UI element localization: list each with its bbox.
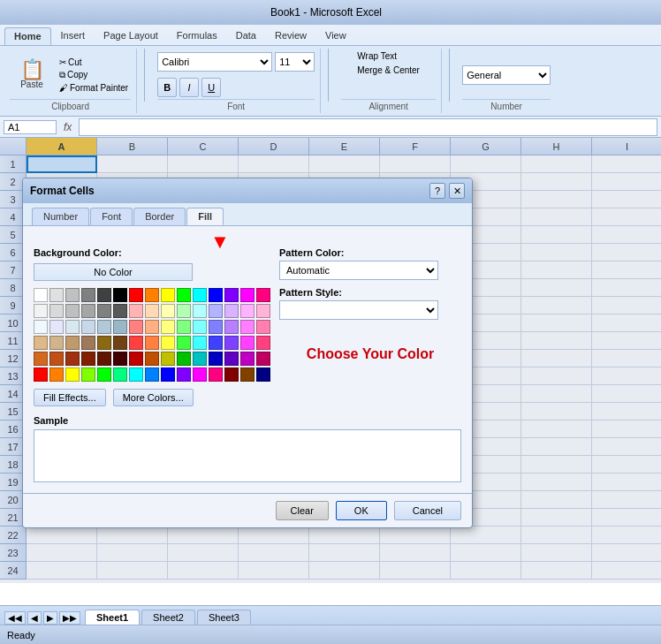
s-acc-3[interactable] [65, 367, 80, 382]
s-r4-2[interactable] [49, 336, 64, 350]
s-r4-11[interactable] [193, 336, 207, 350]
s-r5-7[interactable] [129, 352, 143, 366]
s-acc-11[interactable] [193, 367, 207, 382]
font-size-select[interactable]: 11 [275, 52, 315, 72]
s-acc-1[interactable] [34, 367, 48, 382]
s-r2-4[interactable] [81, 304, 95, 318]
tab-view[interactable]: View [316, 27, 355, 45]
cancel-button[interactable]: Cancel [394, 501, 461, 520]
s-r5-4[interactable] [81, 352, 95, 366]
s-r5-12[interactable] [209, 352, 223, 366]
s-acc-4[interactable] [81, 367, 95, 382]
swatch-7[interactable] [145, 288, 159, 302]
s-acc-6[interactable] [113, 367, 127, 382]
dialog-tab-border[interactable]: Border [133, 208, 186, 225]
s-r5-8[interactable] [145, 352, 159, 366]
swatch-4[interactable] [97, 288, 111, 302]
s-r4-7[interactable] [129, 336, 143, 350]
swatch-5[interactable] [113, 288, 127, 302]
s-r5-10[interactable] [177, 352, 191, 366]
s-r2-3[interactable] [65, 304, 80, 318]
fx-button[interactable]: fx [60, 121, 75, 133]
s-r3-4[interactable] [81, 320, 95, 334]
swatch-14[interactable] [256, 288, 270, 302]
dialog-close-button[interactable]: ✕ [449, 183, 465, 199]
s-r2-13[interactable] [224, 304, 239, 318]
swatch-8[interactable] [161, 288, 175, 302]
swatch-1[interactable] [49, 288, 64, 302]
number-format-select[interactable]: General [462, 65, 551, 85]
s-r3-9[interactable] [161, 320, 175, 334]
s-r2-5[interactable] [97, 304, 111, 318]
s-r4-8[interactable] [145, 336, 159, 350]
tab-home[interactable]: Home [4, 27, 51, 45]
s-acc-10[interactable] [177, 367, 191, 382]
s-r5-2[interactable] [49, 352, 64, 366]
s-r5-11[interactable] [193, 352, 207, 366]
s-r2-6[interactable] [113, 304, 127, 318]
s-r4-14[interactable] [240, 336, 255, 350]
dialog-tab-fill[interactable]: Fill [186, 208, 224, 225]
pattern-color-select[interactable]: Automatic [279, 261, 438, 280]
wrap-text-button[interactable]: Wrap Text [354, 50, 399, 62]
s-r4-4[interactable] [81, 336, 95, 350]
s-r4-1[interactable] [34, 336, 48, 350]
sheet-nav-first[interactable]: ◀◀ [4, 611, 26, 625]
s-r5-9[interactable] [161, 352, 175, 366]
s-r5-6[interactable] [113, 352, 127, 366]
s-r4-9[interactable] [161, 336, 175, 350]
tab-insert[interactable]: Insert [52, 27, 95, 45]
s-r5-14[interactable] [240, 352, 255, 366]
swatch-11[interactable] [209, 288, 223, 302]
sheet-nav-next[interactable]: ▶ [43, 611, 57, 625]
s-acc-5[interactable] [97, 367, 111, 382]
paste-button[interactable]: 📋 Paste [10, 58, 54, 91]
s-acc-15[interactable] [256, 367, 270, 382]
s-r5-13[interactable] [224, 352, 239, 366]
swatch-13[interactable] [240, 288, 255, 302]
s-acc-12[interactable] [209, 367, 223, 382]
s-r2-15[interactable] [256, 304, 270, 318]
s-r3-7[interactable] [129, 320, 143, 334]
ok-button[interactable]: OK [336, 501, 387, 520]
sheet-tab-2[interactable]: Sheet2 [141, 610, 195, 625]
s-r4-5[interactable] [97, 336, 111, 350]
s-r3-13[interactable] [224, 320, 239, 334]
clear-button[interactable]: Clear [276, 501, 329, 520]
s-acc-9[interactable] [161, 367, 175, 382]
dialog-tab-font[interactable]: Font [90, 208, 133, 225]
s-r2-8[interactable] [145, 304, 159, 318]
formula-input[interactable] [79, 118, 657, 136]
tab-review[interactable]: Review [266, 27, 315, 45]
s-r5-3[interactable] [65, 352, 80, 366]
s-r2-9[interactable] [161, 304, 175, 318]
swatch-2[interactable] [65, 288, 80, 302]
s-r4-10[interactable] [177, 336, 191, 350]
cell-reference-box[interactable]: A1 [4, 120, 57, 134]
s-r3-2[interactable] [49, 320, 64, 334]
sheet-nav-prev[interactable]: ◀ [27, 611, 42, 625]
s-r2-1[interactable] [34, 304, 48, 318]
fill-effects-button[interactable]: Fill Effects... [34, 389, 106, 406]
s-r5-1[interactable] [34, 352, 48, 366]
s-acc-13[interactable] [224, 367, 239, 382]
s-r5-15[interactable] [256, 352, 270, 366]
s-acc-7[interactable] [129, 367, 143, 382]
tab-formulas[interactable]: Formulas [168, 27, 226, 45]
bold-button[interactable]: B [157, 78, 177, 97]
swatch-9[interactable] [177, 288, 191, 302]
s-r2-10[interactable] [177, 304, 191, 318]
italic-button[interactable]: I [179, 78, 199, 97]
s-acc-14[interactable] [240, 367, 255, 382]
s-r4-12[interactable] [209, 336, 223, 350]
s-r2-2[interactable] [49, 304, 64, 318]
s-r3-10[interactable] [177, 320, 191, 334]
font-name-select[interactable]: Calibri [157, 52, 272, 72]
s-r4-15[interactable] [256, 336, 270, 350]
dialog-tab-number[interactable]: Number [32, 208, 89, 225]
sheet-tab-3[interactable]: Sheet3 [197, 610, 251, 625]
sheet-nav-last[interactable]: ▶▶ [59, 611, 80, 625]
no-color-button[interactable]: No Color [34, 263, 193, 281]
s-r3-5[interactable] [97, 320, 111, 334]
s-acc-8[interactable] [145, 367, 159, 382]
